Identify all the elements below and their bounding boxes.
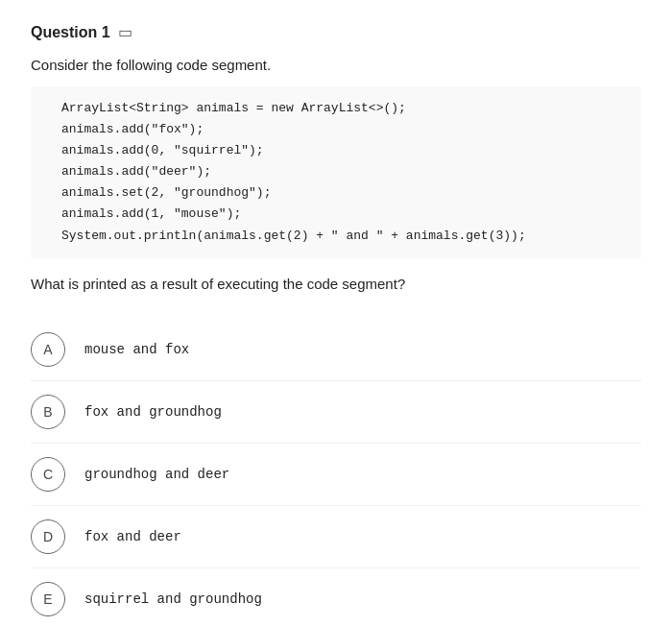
code-line-2: animals.add("fox"); (61, 119, 611, 140)
bookmark-icon[interactable]: ▭ (118, 23, 132, 41)
option-letter-d: D (43, 529, 53, 544)
option-circle-c: C (31, 457, 65, 492)
option-label-a: mouse and fox (84, 342, 189, 357)
option-letter-c: C (43, 467, 53, 482)
option-letter-a: A (43, 342, 52, 357)
option-label-d: fox and deer (84, 529, 181, 544)
option-item-a[interactable]: A mouse and fox (31, 319, 641, 381)
question-text: What is printed as a result of executing… (31, 276, 641, 292)
code-line-6: animals.add(1, "mouse"); (61, 204, 611, 225)
option-circle-b: B (31, 395, 65, 429)
question-title: Question 1 (31, 24, 110, 41)
code-line-5: animals.set(2, "groundhog"); (61, 182, 611, 204)
option-letter-e: E (43, 591, 52, 607)
option-circle-d: D (31, 519, 65, 554)
code-block: ArrayList<String> animals = new ArrayLis… (31, 86, 641, 258)
prompt-text: Consider the following code segment. (31, 57, 641, 73)
option-letter-b: B (43, 404, 52, 420)
question-header: Question 1 ▭ (31, 23, 641, 41)
code-line-4: animals.add("deer"); (61, 161, 611, 182)
option-item-e[interactable]: E squirrel and groundhog (31, 568, 641, 627)
code-line-7: System.out.println(animals.get(2) + " an… (61, 226, 611, 247)
option-label-e: squirrel and groundhog (84, 591, 262, 607)
option-item-d[interactable]: D fox and deer (31, 506, 641, 568)
options-list: A mouse and fox B fox and groundhog C gr… (31, 319, 641, 627)
option-label-c: groundhog and deer (84, 467, 229, 482)
option-circle-e: E (31, 582, 65, 616)
option-circle-a: A (31, 332, 65, 367)
option-item-b[interactable]: B fox and groundhog (31, 381, 641, 444)
option-item-c[interactable]: C groundhog and deer (31, 444, 641, 506)
code-line-1: ArrayList<String> animals = new ArrayLis… (61, 98, 611, 119)
option-label-b: fox and groundhog (84, 404, 222, 420)
code-line-3: animals.add(0, "squirrel"); (61, 140, 611, 161)
